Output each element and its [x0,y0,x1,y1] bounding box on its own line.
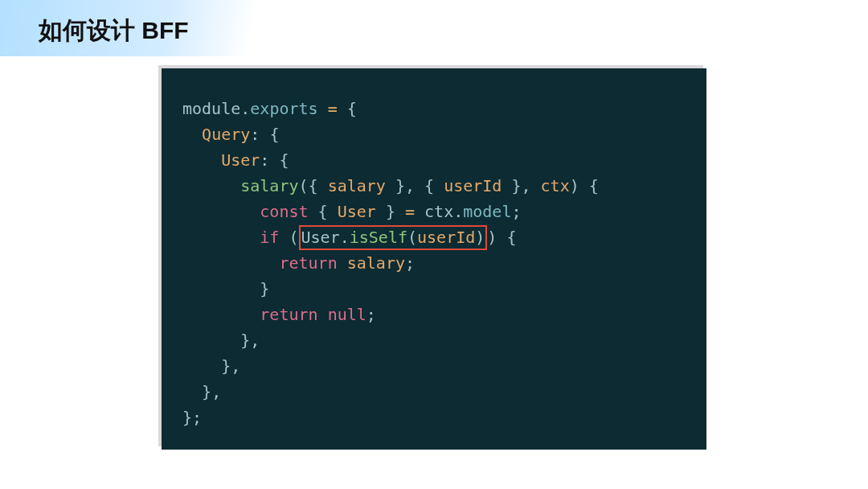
code-token: { [309,202,338,221]
code-token: userId [417,228,475,247]
code-token: if [260,228,279,247]
code-token: }; [182,408,202,427]
code-token: const [260,202,308,221]
code-line: salary({ salary }, { userId }, ctx) { [182,173,686,199]
code-token [318,99,328,118]
code-token: ; [366,305,376,324]
code-token: salary [347,253,405,273]
code-token: User [221,150,260,170]
title-prefix: 如何设计 [39,17,141,43]
code-token: }, [221,356,240,376]
highlight-box: User.isSelf(userId) [299,225,488,250]
code-line: Query: { [182,121,686,147]
code-token [318,305,328,324]
code-token: module [182,99,240,118]
code-line: }; [182,405,686,430]
code-token: return [260,305,317,324]
code-line: module.exports = { [182,96,686,121]
code-token: userId [444,176,502,195]
code-token: }, { [386,176,444,195]
code-token: ctx [541,176,570,195]
code-line: }, [182,353,686,379]
code-line: return null; [182,302,686,327]
code-token: ctx [424,202,453,221]
code-token: . [240,99,250,118]
code-line: } [182,276,686,302]
code-token: User [338,202,376,221]
code-token: isSelf [350,228,407,247]
code-line: User: { [182,147,686,173]
code-token: : { [260,150,289,170]
code-line: if (User.isSelf(userId)) { [182,224,686,250]
code-token [415,202,424,221]
code-token: ) [475,228,485,247]
code-token: { [338,99,357,118]
code-token: exports [250,99,317,118]
code-token: ) { [570,176,599,195]
slide-header: 如何设计 BFF [0,0,868,57]
code-token: ; [405,253,415,273]
code-token: }, [240,331,260,350]
code-token: salary [240,176,298,195]
code-token: } [260,279,269,298]
code-token: ; [511,202,521,221]
code-token: ( [279,228,298,247]
title-bold: BFF [141,17,188,43]
code-token: }, [502,176,540,195]
code-line: }, [182,379,686,405]
code-line: }, [182,327,686,353]
code-line: const { User } = ctx.model; [182,199,686,224]
code-token: }, [202,382,221,401]
code-token: null [328,305,366,324]
code-token: = [405,202,415,221]
code-token: salary [328,176,386,195]
code-token: return [279,253,337,273]
code-token: ) { [487,228,516,247]
code-token: ({ [299,176,328,195]
code-token: ( [407,228,417,247]
code-token: = [328,99,338,118]
code-block: module.exports = { Query: { User: { sala… [162,68,706,450]
code-token: User [301,228,340,247]
code-token: . [453,202,463,221]
code-container: module.exports = { Query: { User: { sala… [0,68,868,450]
code-token: model [463,202,511,221]
slide-title: 如何设计 BFF [39,14,868,47]
code-token [338,253,347,273]
code-token: Query [202,125,250,144]
code-token: . [340,228,350,247]
code-token: : { [250,125,279,144]
code-token: } [376,202,405,221]
code-line: return salary; [182,250,686,276]
